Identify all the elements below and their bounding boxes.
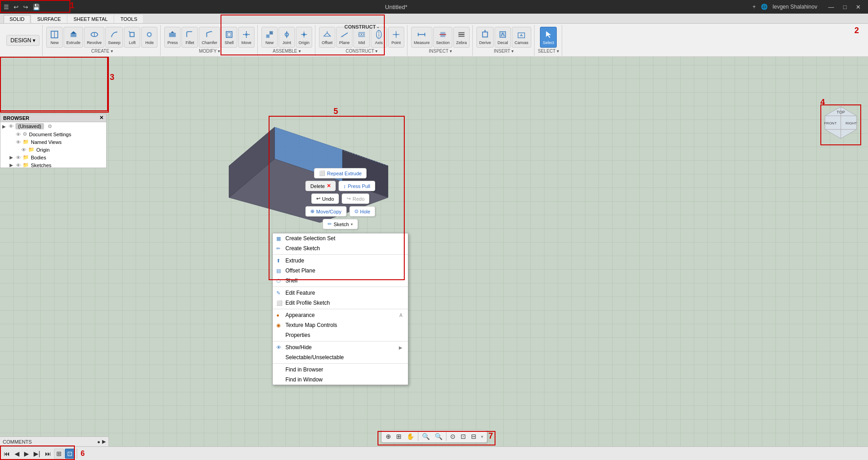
joint-origin-btn[interactable]: Origin bbox=[296, 27, 312, 48]
chamfer-btn[interactable]: Chamfer bbox=[199, 27, 220, 48]
new-tab-btn[interactable]: + bbox=[752, 4, 755, 10]
design-group: DESIGN ▾ bbox=[4, 25, 43, 56]
viewcube[interactable]: TOP FRONT RIGHT bbox=[820, 104, 861, 145]
design-dropdown[interactable]: DESIGN ▾ bbox=[6, 35, 39, 46]
timeline-end-btn[interactable]: ⏭ bbox=[43, 449, 53, 458]
construct-label: CONSTRUCT ▾ bbox=[346, 49, 378, 54]
zebra-btn[interactable]: Zebra bbox=[453, 27, 470, 48]
revolve-btn[interactable]: Revolve bbox=[84, 27, 104, 48]
fillet-btn[interactable]: Fillet bbox=[181, 27, 198, 48]
show-hide-arrow: ▶ bbox=[399, 345, 402, 350]
bt-display-btn[interactable]: ⊙ bbox=[448, 431, 458, 441]
undo-btn-tb[interactable]: ↩ bbox=[12, 3, 20, 11]
bt-hand-btn[interactable]: ✋ bbox=[404, 431, 417, 441]
menu-edit-profile-sketch[interactable]: ⬜ Edit Profile Sketch bbox=[273, 298, 408, 308]
select-btn[interactable]: Select bbox=[540, 27, 557, 48]
browser-origin[interactable]: ▶ 👁 📁 Origin bbox=[0, 146, 106, 153]
move-copy-btn[interactable]: Move bbox=[238, 27, 255, 48]
assemble-btn1[interactable]: New bbox=[261, 27, 278, 48]
bt-grid-btn[interactable]: ⊡ bbox=[458, 431, 468, 441]
menu-texture-map[interactable]: ◉ Texture Map Controls bbox=[273, 320, 408, 330]
new-component-btn[interactable]: New bbox=[46, 27, 63, 48]
decal-btn[interactable]: Decal bbox=[495, 27, 511, 48]
point-btn[interactable]: Point bbox=[388, 27, 404, 48]
app-menu-button[interactable]: ☰ bbox=[2, 3, 11, 11]
redo-btn-tb[interactable]: ↪ bbox=[21, 3, 30, 11]
timeline-next-btn[interactable]: ▶| bbox=[32, 449, 42, 458]
texture-map-icon: ◉ bbox=[276, 322, 281, 328]
browser-doc-settings[interactable]: ▶ 👁 ⚙ Document Settings bbox=[0, 130, 106, 138]
measure-btn[interactable]: Measure bbox=[411, 27, 432, 48]
menu-shell[interactable]: ⬡ Shell bbox=[273, 276, 408, 286]
browser-root[interactable]: ▶ 👁 (Unsaved) ⚙ bbox=[0, 122, 106, 130]
comments-toggle-icon[interactable]: ● bbox=[97, 439, 100, 445]
close-button[interactable]: ✕ bbox=[852, 2, 864, 12]
insert-derive-btn[interactable]: Derive bbox=[476, 27, 494, 48]
menu-create-selection-set[interactable]: ▦ Create Selection Set bbox=[273, 233, 408, 243]
axis-btn[interactable]: Axis bbox=[371, 27, 387, 48]
shell-btn-tb[interactable]: Shell bbox=[221, 27, 237, 48]
minimize-button[interactable]: — bbox=[824, 2, 838, 12]
menu-selectable[interactable]: Selectable/Unselectable bbox=[273, 352, 408, 362]
bt-pan-btn[interactable]: ⊞ bbox=[394, 431, 404, 441]
canvas-area[interactable]: BROWSER ✕ ▶ 👁 (Unsaved) ⚙ ▶ 👁 ⚙ Document… bbox=[0, 57, 868, 460]
comments-expand-icon[interactable]: ▶ bbox=[102, 439, 106, 445]
menu-find-browser[interactable]: Find in Browser bbox=[273, 365, 408, 375]
sweep-btn[interactable]: Sweep bbox=[105, 27, 123, 48]
joint-btn[interactable]: Joint bbox=[279, 27, 295, 48]
canvas-btn[interactable]: Canvas bbox=[512, 27, 531, 48]
svg-text:FRONT: FRONT bbox=[824, 121, 837, 125]
menu-find-window[interactable]: Find in Window bbox=[273, 375, 408, 385]
sketch-dropdown-btn[interactable]: ✏ Sketch ▾ bbox=[323, 219, 358, 229]
undo-btn-ctx[interactable]: ↩ Undo bbox=[311, 193, 339, 204]
timeline-start-btn[interactable]: ⏮ bbox=[2, 449, 12, 458]
bt-zoom2-btn[interactable]: 🔍 bbox=[432, 431, 445, 441]
inspect-group: Measure Section Zebra INSPECT ▾ bbox=[408, 25, 473, 56]
section-btn[interactable]: Section bbox=[433, 27, 452, 48]
timeline-play-btn[interactable]: ▶ bbox=[22, 449, 31, 458]
menu-extrude[interactable]: ⬆ Extrude bbox=[273, 256, 408, 266]
offset-plane-btn[interactable]: Offset bbox=[319, 27, 335, 48]
appearance-icon: ● bbox=[276, 312, 280, 318]
maximize-button[interactable]: □ bbox=[839, 2, 850, 12]
bt-settings-btn[interactable]: ⊟ bbox=[469, 431, 479, 441]
midplane-btn[interactable]: Mid bbox=[353, 27, 370, 48]
move-copy-btn-ctx[interactable]: ⊕ Move/Copy bbox=[305, 206, 347, 217]
delete-x-icon: ✕ bbox=[327, 183, 331, 189]
browser-named-views[interactable]: ▶ 👁 📁 Named Views bbox=[0, 138, 106, 146]
tab-tools[interactable]: TOOLS bbox=[114, 15, 143, 23]
menu-appearance[interactable]: ● Appearance A bbox=[273, 310, 408, 320]
settings-icon: ⚙ bbox=[48, 124, 52, 129]
timeline-settings-icon[interactable]: ⊞ bbox=[54, 449, 64, 459]
menu-edit-feature[interactable]: ✎ Edit Feature bbox=[273, 288, 408, 298]
tab-solid[interactable]: SOLID bbox=[4, 15, 30, 23]
menu-properties[interactable]: Properties bbox=[273, 330, 408, 340]
doc-settings-label: Document Settings bbox=[29, 132, 71, 137]
delete-btn-ctx[interactable]: Delete ✕ bbox=[305, 181, 336, 191]
menu-show-hide[interactable]: 👁 Show/Hide ▶ bbox=[273, 342, 408, 352]
show-hide-icon: 👁 bbox=[276, 345, 281, 350]
hole-btn-tb[interactable]: Hole bbox=[141, 27, 157, 48]
tab-surface[interactable]: SURFACE bbox=[31, 15, 67, 23]
tab-sheet-metal[interactable]: SHEET METAL bbox=[68, 15, 113, 23]
timeline-prev-btn[interactable]: ◀ bbox=[13, 449, 21, 458]
browser-header: BROWSER ✕ bbox=[0, 114, 106, 122]
press-pull-btn[interactable]: Press bbox=[164, 27, 181, 48]
bt-orbit-btn[interactable]: ⊕ bbox=[383, 431, 393, 441]
browser-sketches[interactable]: ▶ 👁 📁 Sketches bbox=[0, 161, 106, 168]
hole-btn-ctx[interactable]: ⊙ Hole bbox=[349, 206, 376, 217]
repeat-extrude-btn[interactable]: ⬜ Repeat Extrude bbox=[314, 168, 367, 178]
scale-btn[interactable]: Loft bbox=[124, 27, 140, 48]
save-btn-tb[interactable]: 💾 bbox=[31, 3, 42, 11]
create-group: New Extrude Revolve Sweep Loft bbox=[44, 25, 161, 56]
menu-create-sketch[interactable]: ✏ Create Sketch bbox=[273, 243, 408, 253]
timeline-active-btn[interactable]: ⊡ bbox=[65, 449, 75, 459]
browser-bodies[interactable]: ▶ 👁 📁 Bodies bbox=[0, 153, 106, 161]
press-pull-btn-ctx[interactable]: ↕ Press Pull bbox=[338, 181, 375, 191]
browser-close-icon[interactable]: ✕ bbox=[99, 115, 103, 121]
redo-btn-ctx[interactable]: ↪ Redo bbox=[342, 193, 369, 204]
extrude-btn[interactable]: Extrude bbox=[64, 27, 83, 48]
menu-offset-plane[interactable]: ▤ Offset Plane bbox=[273, 266, 408, 276]
bt-zoom-btn[interactable]: 🔍 bbox=[420, 431, 432, 441]
plane-angle-btn[interactable]: Plane bbox=[336, 27, 353, 48]
